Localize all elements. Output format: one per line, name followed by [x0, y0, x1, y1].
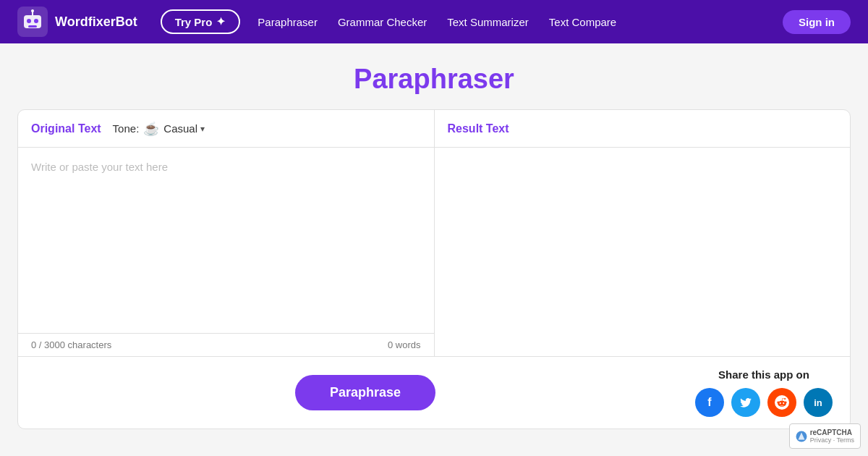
logo-icon — [17, 7, 48, 37]
tone-value: Casual — [163, 122, 197, 135]
tone-icon: ☕ — [143, 121, 159, 137]
nav-text-compare[interactable]: Text Compare — [549, 16, 616, 28]
tone-label: Tone: — [113, 122, 140, 135]
svg-point-5 — [31, 9, 34, 12]
tone-selector[interactable]: Tone: ☕ Casual ▾ — [113, 121, 205, 137]
paraphrase-button[interactable]: Paraphrase — [295, 375, 435, 410]
word-count: 0 words — [388, 339, 421, 350]
recaptcha-label: reCAPTCHA — [810, 428, 854, 429]
reddit-share-button[interactable] — [767, 388, 796, 417]
left-column: Original Text Tone: ☕ Casual ▾ 0 / 3000 … — [18, 110, 435, 356]
nav-paraphraser[interactable]: Paraphraser — [258, 16, 318, 28]
try-pro-button[interactable]: Try Pro ✦ — [161, 9, 241, 34]
original-text-label: Original Text — [31, 122, 101, 135]
svg-rect-6 — [28, 25, 37, 28]
left-column-header: Original Text Tone: ☕ Casual ▾ — [18, 110, 434, 148]
paraphrase-btn-wrap: Paraphrase — [35, 375, 695, 410]
svg-point-2 — [27, 19, 31, 23]
nav-grammar-checker[interactable]: Grammar Checker — [338, 16, 427, 28]
char-count-row: 0 / 3000 characters 0 words — [18, 333, 434, 356]
logo-text: WordfixerBot — [55, 14, 137, 30]
result-text-area — [435, 148, 851, 356]
tone-dropdown[interactable]: Casual ▾ — [163, 122, 205, 135]
main-card: Original Text Tone: ☕ Casual ▾ 0 / 3000 … — [17, 109, 851, 429]
social-icons: f in — [695, 388, 833, 417]
page-title: Paraphraser — [12, 64, 856, 95]
right-column-header: Result Text — [435, 110, 851, 148]
result-text-label: Result Text — [448, 122, 509, 135]
twitter-share-button[interactable] — [731, 388, 760, 417]
try-pro-label: Try Pro — [175, 16, 213, 28]
linkedin-share-button[interactable]: in — [804, 388, 833, 417]
chevron-down-icon: ▾ — [200, 124, 205, 134]
sign-in-button[interactable]: Sign in — [783, 10, 851, 34]
right-column: Result Text — [435, 110, 851, 356]
header: WordfixerBot Try Pro ✦ Paraphraser Gramm… — [0, 0, 868, 43]
page-title-area: Paraphraser — [0, 43, 868, 109]
logo[interactable]: WordfixerBot — [17, 7, 137, 37]
recaptcha-badge: reCAPTCHA Privacy · Terms — [789, 423, 861, 429]
original-text-input[interactable] — [18, 148, 434, 333]
share-label: Share this app on — [718, 368, 809, 381]
bottom-bar: Paraphrase Share this app on f in — [18, 356, 850, 428]
char-count: 0 / 3000 characters — [31, 339, 111, 350]
facebook-share-button[interactable]: f — [695, 388, 724, 417]
nav-text-summarizer[interactable]: Text Summarizer — [447, 16, 529, 28]
columns: Original Text Tone: ☕ Casual ▾ 0 / 3000 … — [18, 110, 850, 356]
try-pro-icon: ✦ — [216, 15, 226, 28]
svg-point-3 — [34, 19, 38, 23]
nav-links: Paraphraser Grammar Checker Text Summari… — [258, 16, 771, 28]
share-area: Share this app on f in — [695, 368, 833, 417]
